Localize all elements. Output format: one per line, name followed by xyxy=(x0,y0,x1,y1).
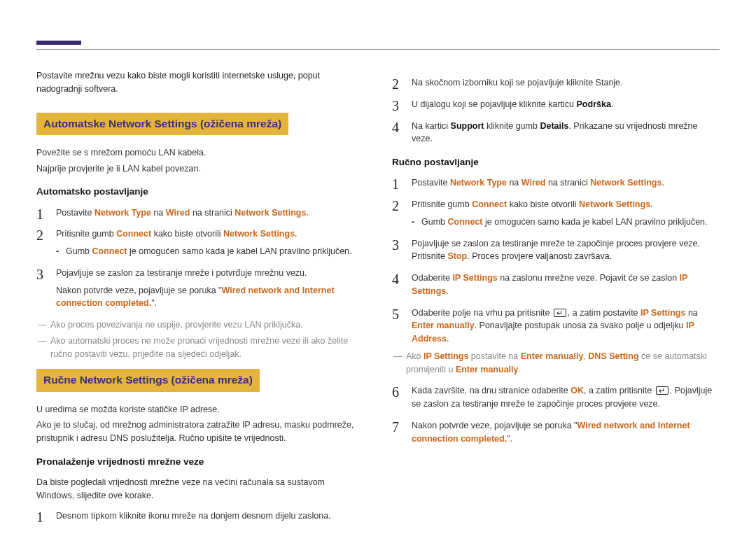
text: Odaberite polje na vrhu pa pritisnite xyxy=(412,308,552,318)
list-item: Na kartici Support kliknite gumb Details… xyxy=(392,120,720,146)
text: ". xyxy=(507,434,512,444)
list-item: Pojavljuje se zaslon za testiranje mreže… xyxy=(36,267,364,310)
text: Gumb xyxy=(66,246,92,256)
text: na xyxy=(507,178,522,188)
list-item: Postavite Network Type na Wired na stran… xyxy=(392,176,720,190)
text: Odaberite xyxy=(412,273,452,283)
find-values-steps-continued: Na skočnom izborniku koji se pojavljuje … xyxy=(392,76,720,146)
list-item: Pritisnite gumb Connect kako biste otvor… xyxy=(392,198,720,229)
find-values-steps: Desnom tipkom kliknite ikonu mreže na do… xyxy=(36,510,364,523)
sub-list: Gumb Connect je omogućen samo kada je ka… xyxy=(56,245,364,258)
highlight: Wired xyxy=(522,178,546,188)
bold: Details xyxy=(540,121,568,131)
highlight: Wired xyxy=(166,208,190,218)
highlight: Connect xyxy=(116,229,151,239)
intro-text: Postavite mrežnu vezu kako biste mogli k… xyxy=(36,69,364,96)
subheading-manual-setup: Ručno postavljanje xyxy=(392,155,720,169)
note-item: Ako automatski proces ne može pronaći vr… xyxy=(38,335,364,361)
list-item: Odaberite IP Settings na zaslonu mrežne … xyxy=(392,272,720,298)
text: na xyxy=(685,308,697,318)
highlight: Enter manually xyxy=(521,351,584,361)
text: . xyxy=(519,365,521,374)
text: na stranici xyxy=(190,208,234,218)
text: Nakon potvrde veze, pojavljuje se poruka… xyxy=(412,421,578,430)
text: . xyxy=(662,178,664,188)
text: je omogućen samo kada je kabel LAN pravi… xyxy=(483,217,708,227)
section-heading-auto: Automatske Network Settings (ožičena mre… xyxy=(36,113,288,135)
text: Gumb xyxy=(421,217,448,227)
text: Na kartici xyxy=(412,121,451,131)
horizontal-rule xyxy=(36,49,720,50)
text: . Proces provjere valjanosti završava. xyxy=(467,251,612,261)
accent-bar xyxy=(36,41,81,45)
two-column-layout: Postavite mrežnu vezu kako biste mogli k… xyxy=(36,69,720,531)
text: na stranici xyxy=(545,178,590,188)
paragraph: Povežite se s mrežom pomoću LAN kabela. xyxy=(36,146,364,160)
bold: Support xyxy=(451,121,484,131)
paragraph: Ako je to slučaj, od mrežnog administrat… xyxy=(36,419,364,445)
text: postavite na xyxy=(468,351,520,361)
highlight: IP Settings xyxy=(452,273,497,283)
list-item: Postavite Network Type na Wired na stran… xyxy=(36,206,364,220)
highlight: OK xyxy=(570,386,584,395)
list-item: Nakon potvrde veze, pojavljuje se poruka… xyxy=(392,419,720,446)
highlight: Network Type xyxy=(450,178,507,188)
highlight: Connect xyxy=(92,246,127,256)
text: Kada završite, na dnu stranice odaberite xyxy=(412,386,570,395)
text: Pojavljuje se zaslon za testiranje mreže… xyxy=(56,268,307,278)
highlight: DNS Setting xyxy=(588,351,638,361)
list-item: Odaberite polje na vrhu pa pritisnite , … xyxy=(392,307,720,377)
highlight: Network Settings xyxy=(579,199,650,209)
text: . Ponavljajte postupak unosa za svako po… xyxy=(475,321,686,330)
list-item: Kada završite, na dnu stranice odaberite… xyxy=(392,384,720,411)
text: je omogućen samo kada je kabel LAN pravi… xyxy=(127,246,352,256)
highlight: Network Settings xyxy=(590,178,662,188)
text: kako biste otvorili xyxy=(151,229,223,239)
highlight: Connect xyxy=(448,217,483,227)
manual-setup-steps: Postavite Network Type na Wired na stran… xyxy=(392,176,720,445)
paragraph: U uredima se možda koriste statičke IP a… xyxy=(36,403,364,416)
highlight: IP Settings xyxy=(640,308,685,318)
sub-list-item: Gumb Connect je omogućen samo kada je ka… xyxy=(56,245,364,258)
text: Pritisnite gumb xyxy=(412,199,472,209)
text: , a zatim postavite xyxy=(568,308,640,318)
highlight: Network Settings xyxy=(223,229,295,239)
paragraph: Najprije provjerite je li LAN kabel pove… xyxy=(36,162,364,176)
auto-setup-steps: Postavite Network Type na Wired na stran… xyxy=(36,206,364,311)
paragraph: Da biste pogledali vrijednosti mrežne ve… xyxy=(36,476,364,503)
text: ". xyxy=(151,298,157,308)
text: U dijalogu koji se pojavljuje kliknite k… xyxy=(412,99,577,109)
note-item: Ako proces povezivanja ne uspije, provje… xyxy=(38,318,364,332)
text: Postavite xyxy=(56,208,94,218)
highlight: Stop xyxy=(447,251,467,261)
subheading-find-values: Pronalaženje vrijednosti mrežne veze xyxy=(36,455,364,469)
highlight: Network Settings xyxy=(234,208,306,218)
text: Nakon potvrde veze, pojavljuje se poruka… xyxy=(56,286,222,295)
highlight: Connect xyxy=(472,199,507,209)
list-item: Pojavljuje se zaslon za testiranje mreže… xyxy=(392,237,720,264)
subheading-auto-setup: Automatsko postavljanje xyxy=(36,185,364,199)
text: Pritisnite gumb xyxy=(56,229,116,239)
text: . xyxy=(446,286,448,296)
text: kliknite gumb xyxy=(484,121,540,131)
list-item: U dijalogu koji se pojavljuje kliknite k… xyxy=(392,98,720,111)
highlight: Enter manually xyxy=(456,365,519,374)
text: . xyxy=(650,199,652,209)
sub-list: Gumb Connect je omogućen samo kada je ka… xyxy=(412,216,720,229)
section-heading-manual: Ručne Network Settings (ožičena mreža) xyxy=(36,369,260,391)
document-page: Postavite mrežnu vezu kako biste mogli k… xyxy=(0,0,756,531)
text: . xyxy=(306,208,308,218)
highlight: Network Type xyxy=(94,208,151,218)
text: na xyxy=(151,208,166,218)
enter-key-icon xyxy=(554,309,566,317)
text: Ako xyxy=(406,351,424,361)
bold: Podrška xyxy=(577,99,611,109)
left-column: Postavite mrežnu vezu kako biste mogli k… xyxy=(36,69,364,531)
highlight: Enter manually xyxy=(412,321,475,330)
enter-key-icon xyxy=(656,386,668,395)
text: . xyxy=(447,334,449,344)
sub-list-item: Gumb Connect je omogućen samo kada je ka… xyxy=(412,216,720,229)
text: . xyxy=(295,229,297,239)
highlight: IP Settings xyxy=(424,351,468,361)
text: . xyxy=(611,99,613,109)
